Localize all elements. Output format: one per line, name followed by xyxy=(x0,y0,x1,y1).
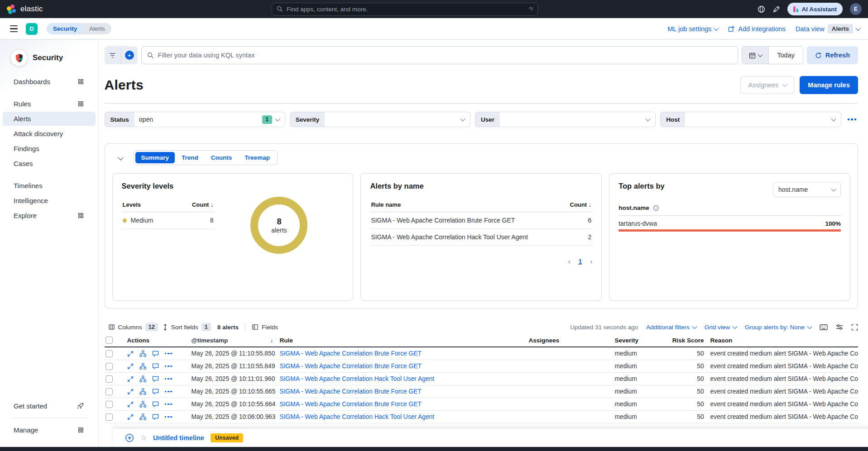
sidebar-item-timelines[interactable]: Timelines xyxy=(3,179,96,193)
severity-row-medium[interactable]: Medium 8 xyxy=(122,212,215,229)
session-view-icon[interactable] xyxy=(152,376,159,382)
expand-alert-icon[interactable] xyxy=(127,389,134,395)
session-view-icon[interactable] xyxy=(152,351,159,357)
sidebar-item-intelligence[interactable]: Intelligence xyxy=(3,194,96,208)
tab-treemap[interactable]: Treemap xyxy=(239,152,276,163)
sidebar-item-cases[interactable]: Cases xyxy=(3,157,96,171)
expand-alert-icon[interactable] xyxy=(127,351,134,357)
sidebar-item-findings[interactable]: Findings xyxy=(3,142,96,156)
tab-trend[interactable]: Trend xyxy=(176,152,204,163)
tab-counts[interactable]: Counts xyxy=(205,152,238,163)
fields-button[interactable]: Fields xyxy=(252,324,278,331)
sidebar-item-attack-discovery[interactable]: Attack discovery xyxy=(3,127,96,141)
sidebar-item-rules[interactable]: Rules xyxy=(3,97,96,111)
timeline-title-link[interactable]: Untitled timeline xyxy=(153,434,204,442)
sort-fields-button[interactable]: Sort fields 1 xyxy=(163,323,211,331)
expand-alert-icon[interactable] xyxy=(127,414,134,420)
global-search-input[interactable] xyxy=(287,6,525,13)
row-checkbox[interactable] xyxy=(106,401,113,408)
keyboard-shortcuts-icon[interactable] xyxy=(820,324,828,330)
page-number[interactable]: 1 xyxy=(578,258,582,265)
refresh-button[interactable]: Refresh xyxy=(807,46,858,64)
more-actions-icon[interactable] xyxy=(165,378,172,380)
col-timestamp[interactable]: @timestamp↓ xyxy=(192,337,280,344)
timeline-add-icon[interactable] xyxy=(125,433,134,442)
grid-view-button[interactable]: Grid view xyxy=(705,324,737,331)
row-checkbox[interactable] xyxy=(106,413,113,421)
next-page-icon[interactable]: › xyxy=(590,257,592,265)
alert-rule-link[interactable]: SIGMA - Web Apache Correlation Brute For… xyxy=(280,363,529,370)
global-search[interactable]: ^/ xyxy=(272,3,538,16)
favorite-star-icon[interactable]: ☆ xyxy=(140,433,147,442)
display-options-icon[interactable] xyxy=(836,324,843,330)
select-all-checkbox[interactable] xyxy=(106,337,113,344)
assignees-button[interactable]: Assignees xyxy=(740,76,794,94)
analyze-event-icon[interactable] xyxy=(139,375,146,382)
more-actions-icon[interactable] xyxy=(165,353,172,355)
severity-filter[interactable]: Severity xyxy=(290,112,470,127)
menu-icon[interactable] xyxy=(8,24,19,34)
prev-page-icon[interactable]: ‹ xyxy=(568,257,570,265)
space-badge[interactable]: D xyxy=(26,23,38,35)
alert-rule-link[interactable]: SIGMA - Web Apache Correlation Brute For… xyxy=(280,401,529,408)
count-col[interactable]: Count ↓ xyxy=(570,201,592,208)
alert-rule-link[interactable]: SIGMA - Web Apache Correlation Hack Tool… xyxy=(280,413,529,420)
analyze-event-icon[interactable] xyxy=(139,401,146,408)
rule-name-col[interactable]: Rule name xyxy=(371,201,401,208)
expand-alert-icon[interactable] xyxy=(127,401,134,408)
tab-summary[interactable]: Summary xyxy=(135,152,175,163)
severity-col-count[interactable]: Count ↓ xyxy=(192,201,214,208)
manage-rules-button[interactable]: Manage rules xyxy=(800,76,858,94)
saved-filters-button[interactable] xyxy=(105,46,121,64)
sidebar-item-alerts[interactable]: Alerts xyxy=(3,112,96,126)
alert-rule-link[interactable]: SIGMA - Web Apache Correlation Brute For… xyxy=(280,388,529,395)
info-icon[interactable] xyxy=(653,205,659,211)
session-view-icon[interactable] xyxy=(152,401,159,408)
status-filter[interactable]: Status open 1 xyxy=(105,112,285,127)
sidebar-item-dashboards[interactable]: Dashboards xyxy=(3,75,96,89)
date-range-value[interactable]: Today xyxy=(768,47,803,64)
host-filter[interactable]: Host xyxy=(660,112,841,127)
more-actions-icon[interactable] xyxy=(165,404,172,405)
user-avatar[interactable]: E xyxy=(850,3,862,15)
more-actions-icon[interactable] xyxy=(165,366,172,367)
analyze-event-icon[interactable] xyxy=(139,363,146,370)
rule-count-row[interactable]: SIGMA - Web Apache Correlation Brute For… xyxy=(370,212,592,229)
severity-col-levels[interactable]: Levels xyxy=(123,201,141,208)
fullscreen-icon[interactable] xyxy=(851,324,858,331)
alert-rule-link[interactable]: SIGMA - Web Apache Correlation Brute For… xyxy=(280,350,529,357)
data-view-picker[interactable]: Data view Alerts xyxy=(796,24,860,33)
row-checkbox[interactable] xyxy=(106,350,113,357)
analyze-event-icon[interactable] xyxy=(139,388,146,395)
sidebar-item-explore[interactable]: Explore xyxy=(3,209,96,223)
session-view-icon[interactable] xyxy=(152,363,159,370)
elastic-logo[interactable]: elastic xyxy=(6,4,43,14)
analyze-event-icon[interactable] xyxy=(139,350,146,357)
session-view-icon[interactable] xyxy=(152,389,159,395)
help-icon[interactable] xyxy=(758,5,765,13)
more-actions-icon[interactable] xyxy=(165,391,172,393)
add-integrations-link[interactable]: Add integrations xyxy=(728,25,786,33)
row-checkbox[interactable] xyxy=(106,388,113,395)
alert-rule-link[interactable]: SIGMA - Web Apache Correlation Hack Tool… xyxy=(280,375,529,382)
ai-assistant-button[interactable]: AI Assistant xyxy=(787,3,843,15)
analyze-event-icon[interactable] xyxy=(139,413,146,420)
kql-input[interactable] xyxy=(158,52,733,59)
expand-alert-icon[interactable] xyxy=(127,376,134,382)
expand-alert-icon[interactable] xyxy=(127,363,134,370)
news-feed-icon[interactable] xyxy=(772,5,780,13)
ml-job-settings-link[interactable]: ML job settings xyxy=(667,25,718,33)
more-filters-icon[interactable] xyxy=(846,116,858,123)
sidebar-item-get-started[interactable]: Get started xyxy=(3,397,96,415)
calendar-button[interactable] xyxy=(742,47,768,64)
sidebar-item-manage[interactable]: Manage xyxy=(3,421,96,439)
collapse-section-icon[interactable] xyxy=(117,152,125,163)
more-actions-icon[interactable] xyxy=(165,416,172,418)
kql-search-bar[interactable] xyxy=(141,46,739,64)
row-checkbox[interactable] xyxy=(106,375,113,383)
breadcrumb-security[interactable]: Security xyxy=(47,23,84,34)
additional-filters-button[interactable]: Additional filters xyxy=(646,324,696,331)
user-filter[interactable]: User xyxy=(475,112,656,127)
columns-button[interactable]: Columns 12 xyxy=(108,323,158,331)
session-view-icon[interactable] xyxy=(152,414,159,420)
